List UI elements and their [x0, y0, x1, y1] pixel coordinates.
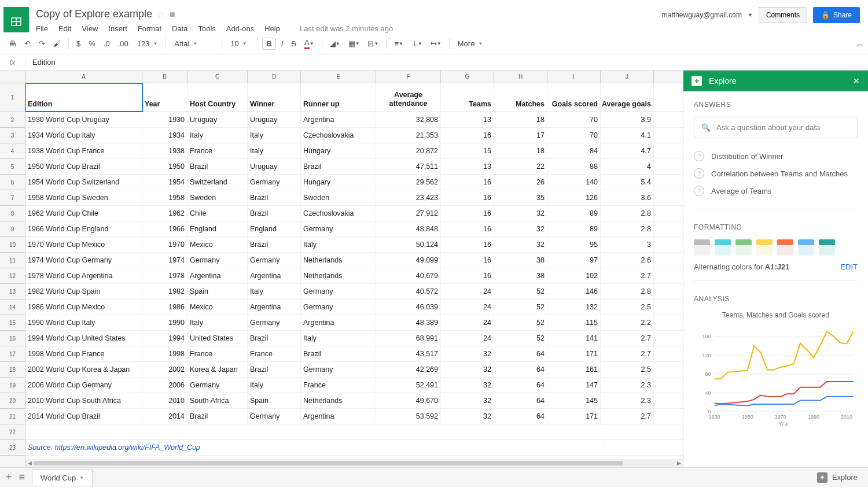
row-header[interactable]: 22: [0, 424, 25, 440]
cell[interactable]: 24: [441, 331, 494, 346]
cell[interactable]: 1950 World Cup Brazil: [25, 159, 142, 174]
cell[interactable]: Mexico: [187, 300, 248, 315]
cell[interactable]: 38: [494, 268, 547, 283]
cell[interactable]: 52: [494, 315, 547, 330]
folder-icon[interactable]: ■: [170, 9, 175, 20]
cell[interactable]: Argentina: [301, 112, 376, 127]
row-header[interactable]: 15: [0, 315, 25, 331]
horizontal-scrollbar[interactable]: ◀▶: [25, 459, 683, 467]
cell[interactable]: Spain: [187, 284, 248, 299]
cell[interactable]: 29,562: [376, 175, 441, 190]
cell[interactable]: 171: [547, 346, 601, 361]
menu-tools[interactable]: Tools: [198, 24, 215, 33]
cell[interactable]: Brazil: [187, 159, 248, 174]
borders-button[interactable]: ▦ ▼: [345, 37, 363, 50]
cell[interactable]: 145: [547, 393, 601, 408]
row-header[interactable]: 6: [0, 175, 25, 190]
cell[interactable]: 147: [547, 378, 601, 393]
print-icon[interactable]: 🖶: [6, 37, 19, 50]
cell[interactable]: Brazil: [187, 409, 248, 424]
cell[interactable]: 2010 World Cup South Africa: [25, 393, 142, 408]
cell[interactable]: 32,808: [376, 112, 441, 127]
cell[interactable]: 2.8: [601, 221, 654, 236]
cell[interactable]: 32: [441, 362, 494, 377]
user-menu-caret[interactable]: ▼: [748, 12, 753, 18]
cell[interactable]: 1978: [142, 268, 187, 283]
cell[interactable]: Winner: [248, 83, 301, 112]
cell[interactable]: 3.6: [601, 190, 654, 205]
cell[interactable]: 32: [441, 409, 494, 424]
row-header[interactable]: 2: [0, 112, 25, 128]
suggestion-item[interactable]: ?Average of Teams: [694, 182, 858, 199]
cell[interactable]: 40,572: [376, 284, 441, 299]
cell[interactable]: 1930 World Cup Uruguay: [25, 112, 142, 127]
cell[interactable]: 1982: [142, 284, 187, 299]
cell[interactable]: 2.6: [601, 253, 654, 268]
fontsize-select[interactable]: 10▼: [227, 38, 252, 50]
cell[interactable]: 1998 World Cup France: [25, 346, 142, 361]
cell[interactable]: Czechoslovakia: [301, 128, 376, 143]
cell[interactable]: Average attendance: [376, 83, 441, 112]
collapse-toolbar-icon[interactable]: ︽: [856, 39, 863, 49]
cell[interactable]: Brazil: [301, 159, 376, 174]
cell[interactable]: Germany: [301, 362, 376, 377]
cell[interactable]: 64: [494, 362, 547, 377]
cell[interactable]: 1938: [142, 143, 187, 158]
select-all-corner[interactable]: [0, 71, 25, 83]
row-header[interactable]: 17: [0, 346, 25, 362]
cell[interactable]: 53,592: [376, 409, 441, 424]
cell[interactable]: Sweden: [187, 190, 248, 205]
cell[interactable]: 52: [494, 300, 547, 315]
cell[interactable]: 1950: [142, 159, 187, 174]
cell[interactable]: 32: [441, 346, 494, 361]
cell[interactable]: 48,848: [376, 221, 441, 236]
cell[interactable]: 52: [494, 284, 547, 299]
col-header[interactable]: I: [547, 71, 601, 83]
text-color-button[interactable]: A ▼: [301, 36, 317, 51]
cell[interactable]: 1982 World Cup Spain: [25, 284, 142, 299]
cell[interactable]: 2006 World Cup Germany: [25, 378, 142, 393]
menu-insert[interactable]: Insert: [108, 24, 127, 33]
cell[interactable]: 2010: [142, 393, 187, 408]
suggestion-item[interactable]: ?Distribution of Winner: [694, 147, 858, 165]
palette-swatch[interactable]: [798, 239, 814, 256]
cell[interactable]: 4: [601, 159, 654, 174]
cell[interactable]: 1998: [142, 346, 187, 361]
cell[interactable]: Italy: [248, 143, 301, 158]
cell[interactable]: 27,912: [376, 206, 441, 221]
bold-button[interactable]: B: [262, 38, 275, 50]
comments-button[interactable]: Comments: [759, 7, 807, 23]
sheet-tab[interactable]: World Cup▼: [32, 469, 93, 486]
cell[interactable]: 42,269: [376, 362, 441, 377]
cell[interactable]: 146: [547, 284, 601, 299]
cell[interactable]: Hungary: [301, 175, 376, 190]
cell[interactable]: 52,491: [376, 378, 441, 393]
row-header[interactable]: 7: [0, 190, 25, 206]
star-icon[interactable]: ☆: [157, 9, 165, 20]
suggestion-item[interactable]: ?Correlation between Teams and Matches: [694, 165, 858, 182]
formatting-edit-link[interactable]: EDIT: [840, 263, 858, 271]
cell[interactable]: 35: [494, 190, 547, 205]
row-header[interactable]: 10: [0, 237, 25, 253]
cell[interactable]: England: [248, 221, 301, 236]
cell[interactable]: 16: [441, 268, 494, 283]
cell[interactable]: Germany: [187, 378, 248, 393]
row-header[interactable]: 13: [0, 284, 25, 300]
font-select[interactable]: Arial▼: [171, 38, 217, 50]
row-header[interactable]: 18: [0, 362, 25, 378]
cell[interactable]: Brazil: [301, 346, 376, 361]
cell[interactable]: 1954: [142, 175, 187, 190]
cell[interactable]: 32: [441, 393, 494, 408]
paint-format-icon[interactable]: 🖌: [50, 37, 64, 50]
cell[interactable]: Year: [142, 83, 187, 112]
cell[interactable]: 171: [547, 409, 601, 424]
cell[interactable]: Italy: [187, 315, 248, 330]
cell[interactable]: 2002 World Cup Korea & Japan: [25, 362, 142, 377]
cell[interactable]: 16: [441, 237, 494, 252]
cell[interactable]: Brazil: [248, 190, 301, 205]
cell[interactable]: 141: [547, 331, 601, 346]
cell[interactable]: France: [301, 378, 376, 393]
cell[interactable]: 49,670: [376, 393, 441, 408]
cell[interactable]: Argentina: [248, 268, 301, 283]
cell[interactable]: 2.7: [601, 409, 654, 424]
